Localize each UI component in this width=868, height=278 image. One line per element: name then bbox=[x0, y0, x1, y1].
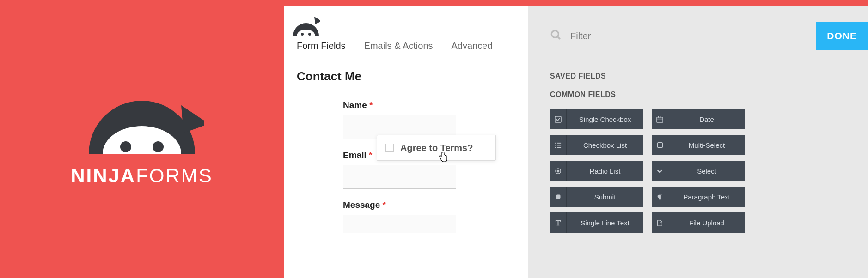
svg-point-3 bbox=[308, 33, 311, 36]
brand-text: NINJAFORMS bbox=[71, 165, 213, 187]
search-row: DONE bbox=[550, 22, 868, 50]
filter-input[interactable] bbox=[570, 31, 807, 42]
done-button[interactable]: DONE bbox=[816, 22, 868, 50]
field-message[interactable]: Message * bbox=[297, 200, 515, 233]
section-common-fields: COMMON FIELDS bbox=[550, 91, 868, 99]
svg-rect-14 bbox=[557, 145, 561, 145]
svg-rect-12 bbox=[557, 142, 561, 143]
common-fields-grid: Single CheckboxDateCheckbox ListMulti-Se… bbox=[550, 109, 868, 233]
field-type-label: Single Line Text bbox=[567, 219, 643, 227]
field-type-single-line-text[interactable]: Single Line Text bbox=[550, 212, 643, 233]
field-type-label: Date bbox=[668, 115, 745, 123]
svg-rect-7 bbox=[657, 117, 663, 122]
field-type-label: Radio List bbox=[567, 167, 643, 175]
field-type-label: Checkbox List bbox=[567, 141, 643, 149]
field-type-label: File Upload bbox=[668, 219, 745, 227]
field-type-paragraph-text[interactable]: Paragraph Text bbox=[652, 187, 745, 207]
square-icon bbox=[652, 135, 668, 155]
form-preview: Form Fields Emails & Actions Advanced Co… bbox=[284, 6, 528, 278]
field-type-label: Submit bbox=[567, 193, 643, 201]
field-type-submit[interactable]: Submit bbox=[550, 187, 643, 207]
mini-ninja-logo bbox=[292, 13, 320, 36]
tab-form-fields[interactable]: Form Fields bbox=[297, 41, 346, 54]
brand-light: FORMS bbox=[136, 165, 213, 187]
svg-rect-11 bbox=[555, 142, 556, 143]
dragging-field[interactable]: Agree to Terms? bbox=[377, 135, 496, 161]
chevron-down-icon bbox=[652, 161, 668, 181]
svg-rect-6 bbox=[555, 116, 561, 122]
field-type-label: Single Checkbox bbox=[567, 115, 643, 123]
field-type-date[interactable]: Date bbox=[652, 109, 745, 129]
fields-sidebar: DONE SAVED FIELDS COMMON FIELDS Single C… bbox=[528, 0, 868, 278]
svg-point-2 bbox=[301, 33, 304, 36]
tab-emails-actions[interactable]: Emails & Actions bbox=[364, 41, 433, 54]
svg-line-5 bbox=[557, 36, 560, 39]
field-type-multi-select[interactable]: Multi-Select bbox=[652, 135, 745, 155]
tab-advanced[interactable]: Advanced bbox=[452, 41, 493, 54]
field-type-single-checkbox[interactable]: Single Checkbox bbox=[550, 109, 643, 129]
brand-panel: NINJAFORMS bbox=[0, 0, 284, 278]
svg-point-0 bbox=[120, 141, 131, 152]
field-label-email: Email * bbox=[343, 150, 372, 160]
section-saved-fields: SAVED FIELDS bbox=[550, 72, 868, 80]
check-square-icon bbox=[550, 109, 567, 129]
svg-rect-20 bbox=[556, 195, 560, 199]
field-name[interactable]: Name * bbox=[297, 100, 515, 139]
svg-rect-16 bbox=[557, 147, 561, 148]
brand-bold: NINJA bbox=[71, 165, 136, 187]
field-label-name: Name * bbox=[343, 100, 373, 110]
square-solid-icon bbox=[550, 187, 567, 207]
top-bar bbox=[284, 0, 868, 6]
tabs: Form Fields Emails & Actions Advanced bbox=[297, 41, 515, 54]
field-type-label: Select bbox=[668, 167, 745, 175]
file-icon bbox=[652, 212, 668, 233]
svg-rect-17 bbox=[657, 143, 662, 148]
form-title: Contact Me bbox=[297, 69, 515, 84]
field-type-file-upload[interactable]: File Upload bbox=[652, 212, 745, 233]
ninja-logo bbox=[79, 91, 204, 154]
svg-point-4 bbox=[551, 30, 558, 37]
svg-point-1 bbox=[153, 141, 164, 152]
app-panel: Form Fields Emails & Actions Advanced Co… bbox=[284, 0, 868, 278]
field-type-label: Multi-Select bbox=[668, 141, 745, 149]
calendar-icon bbox=[652, 109, 668, 129]
field-type-label: Paragraph Text bbox=[668, 193, 745, 201]
svg-point-19 bbox=[557, 169, 560, 172]
field-label-message: Message * bbox=[343, 200, 386, 210]
paragraph-icon bbox=[652, 187, 668, 207]
drag-field-label: Agree to Terms? bbox=[400, 143, 473, 153]
checkbox-icon bbox=[385, 144, 394, 152]
svg-rect-13 bbox=[555, 145, 556, 145]
search-icon bbox=[550, 29, 562, 43]
list-icon bbox=[550, 135, 567, 155]
input-email[interactable] bbox=[343, 165, 456, 189]
cursor-icon bbox=[438, 151, 447, 165]
field-type-checkbox-list[interactable]: Checkbox List bbox=[550, 135, 643, 155]
field-type-radio-list[interactable]: Radio List bbox=[550, 161, 643, 181]
radio-icon bbox=[550, 161, 567, 181]
input-message[interactable] bbox=[343, 215, 456, 233]
text-icon bbox=[550, 212, 567, 233]
field-type-select[interactable]: Select bbox=[652, 161, 745, 181]
svg-rect-15 bbox=[555, 147, 556, 148]
